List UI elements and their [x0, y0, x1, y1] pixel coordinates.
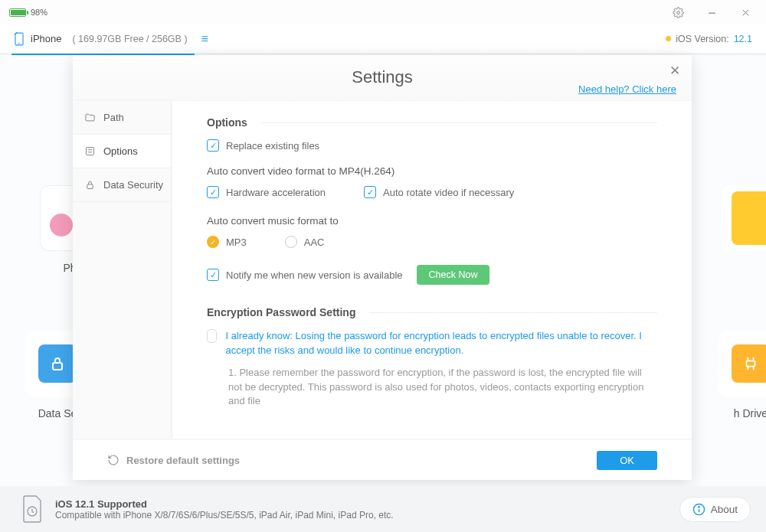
folder-icon: [84, 112, 96, 123]
device-bar: iPhone ( 169.97GB Free / 256GB ) ≡ iOS V…: [0, 24, 766, 55]
check-icon: ✓: [207, 186, 219, 198]
device-storage: ( 169.97GB Free / 256GB ): [72, 34, 187, 44]
restore-defaults-button[interactable]: Restore default settings: [107, 454, 240, 466]
close-button[interactable]: [731, 2, 760, 23]
ok-button[interactable]: OK: [597, 451, 657, 470]
supported-title: iOS 12.1 Supported: [55, 498, 394, 510]
svg-point-0: [676, 11, 679, 14]
radio-off-icon: [285, 236, 297, 248]
about-button[interactable]: About: [679, 497, 751, 522]
restore-icon: [107, 454, 119, 466]
video-convert-heading: Auto convert video format to MP4(H.264): [207, 165, 657, 177]
options-icon: [84, 145, 96, 157]
device-selector[interactable]: iPhone ( 169.97GB Free / 256GB ) ≡: [14, 32, 208, 46]
check-icon: ✓: [207, 269, 219, 281]
dialog-close-icon[interactable]: ✕: [666, 61, 684, 80]
device-name: iPhone: [31, 33, 61, 44]
help-link[interactable]: Need help? Click here: [578, 83, 676, 95]
battery-icon: [9, 8, 26, 17]
supported-sub: Compatible with iPhone X/8/7/6S/6/Plus/S…: [55, 510, 394, 521]
svg-rect-11: [87, 184, 93, 189]
notify-checkbox[interactable]: ✓ Notify me when new version is availabl…: [207, 269, 403, 281]
device-menu-icon[interactable]: ≡: [201, 32, 208, 46]
status-dot-icon: [666, 36, 671, 41]
minimize-button[interactable]: [697, 2, 726, 23]
section-options-title: Options: [207, 116, 247, 129]
sidebar-item-options[interactable]: Options: [73, 135, 171, 168]
info-icon: [692, 503, 705, 516]
music-convert-heading: Auto convert music format to: [207, 215, 657, 227]
encryption-ack-checkbox[interactable]: I already know: Losing the password for …: [207, 329, 657, 358]
svg-rect-7: [747, 361, 755, 366]
encryption-note: 1. Please remember the password for encr…: [228, 366, 657, 410]
section-encryption-title: Encryption Password Setting: [207, 306, 355, 318]
sidebar-item-path[interactable]: Path: [73, 101, 171, 135]
settings-content: Options ✓ Replace existing files Auto co…: [172, 101, 692, 439]
radio-aac[interactable]: AAC: [285, 236, 325, 248]
auto-rotate-checkbox[interactable]: ✓ Auto rotate video if necessary: [364, 186, 514, 198]
replace-files-checkbox[interactable]: ✓ Replace existing files: [207, 139, 657, 152]
bottom-bar: iOS 12.1 Supported Compatible with iPhon…: [0, 486, 766, 532]
check-now-button[interactable]: Check Now: [417, 265, 490, 285]
phone-icon: [14, 32, 25, 46]
lock-icon: [84, 179, 96, 191]
svg-point-5: [18, 42, 20, 44]
sidebar-item-security[interactable]: Data Security: [73, 168, 171, 202]
checkbox-empty-icon: [207, 329, 217, 343]
titlebar: 98%: [0, 0, 766, 24]
page-icon: [20, 494, 44, 524]
ios-version: iOS Version: 12.1: [666, 34, 752, 44]
radio-on-icon: ✓: [207, 236, 219, 248]
svg-rect-8: [87, 148, 94, 155]
check-icon: ✓: [207, 139, 219, 152]
radio-mp3[interactable]: ✓ MP3: [207, 236, 247, 248]
svg-point-15: [699, 506, 699, 507]
settings-sidebar: Path Options Data Security: [73, 101, 172, 439]
hw-accel-checkbox[interactable]: ✓ Hardware acceleration: [207, 186, 326, 198]
settings-gear-icon[interactable]: [663, 2, 692, 23]
check-icon: ✓: [364, 186, 376, 198]
settings-dialog: Settings ✕ Need help? Click here Path Op…: [73, 55, 692, 480]
svg-rect-6: [53, 363, 62, 370]
battery-percent: 98%: [31, 8, 47, 17]
